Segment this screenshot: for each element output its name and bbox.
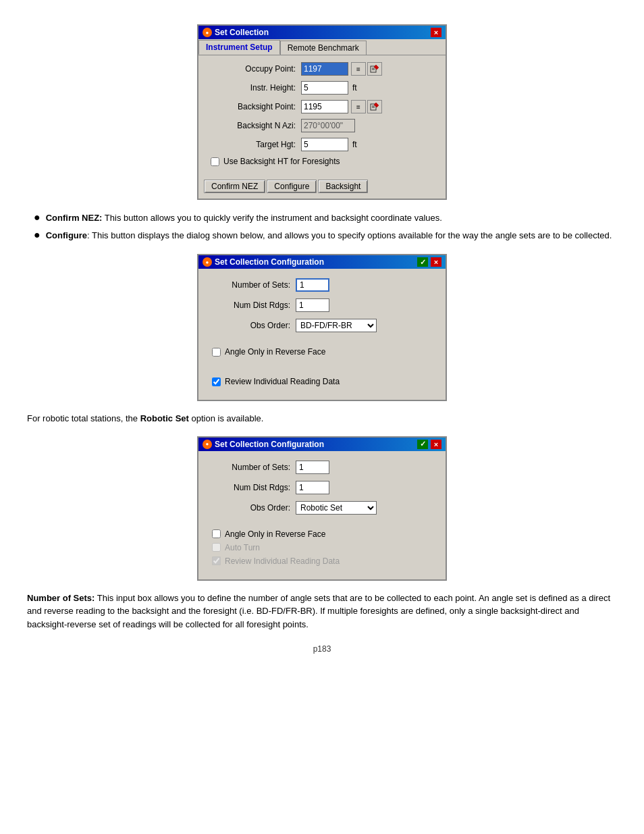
config-dialog-icon-2: ● (203, 440, 212, 449)
set-collection-dialog: ● Set Collection × Instrument Setup Remo… (197, 24, 447, 200)
auto-turn-label: Auto Turn (225, 543, 260, 552)
instr-height-input[interactable] (301, 81, 348, 95)
bullet-text-2: Configure: This button displays the dial… (46, 230, 612, 242)
config-obs-order-select-2[interactable]: Robotic Set BD-FD/FR-BR (296, 501, 377, 515)
target-hgt-label: Target Hgt: (208, 140, 296, 149)
bullet-section: ● Confirm NEZ: This button allows you to… (27, 212, 617, 242)
occupy-list-button[interactable]: ≡ (351, 62, 366, 76)
robotic-bold-text: Robotic Set (140, 413, 189, 423)
description-paragraph: Number of Sets: This input box allows yo… (27, 592, 617, 631)
backsight-edit-button[interactable] (367, 100, 382, 113)
review-checkbox-row-1: Review Individual Reading Data (209, 377, 435, 386)
angle-only-checkbox-2[interactable] (212, 529, 221, 538)
target-hgt-input[interactable] (301, 138, 348, 151)
backsight-list-button[interactable]: ≡ (351, 100, 366, 113)
description-bold: Number of Sets: (27, 593, 95, 603)
set-collection-titlebar: ● Set Collection × (198, 26, 446, 39)
bullet-item-configure: ● Configure: This button displays the di… (27, 230, 617, 242)
config-close-button-2[interactable]: × (431, 440, 441, 449)
config-titlebar-1: ● Set Collection Configuration ✓ × (198, 255, 446, 269)
robotic-text-after: option is available. (189, 413, 264, 423)
occupy-point-input[interactable] (301, 62, 348, 76)
review-label-2: Review Individual Reading Data (225, 556, 340, 566)
angle-only-checkbox-1[interactable] (212, 348, 221, 357)
config-num-sets-label-1: Number of Sets: (209, 280, 290, 290)
angle-only-label-2: Angle Only in Reverse Face (225, 529, 325, 539)
config-obs-order-select-1[interactable]: BD-FD/FR-BR Robotic Set (296, 319, 377, 332)
page-number: p183 (27, 644, 617, 654)
instr-height-row: Instr. Height: ft (208, 81, 436, 95)
config-dialog-title-2: Set Collection Configuration (215, 440, 324, 449)
config-close-button-1[interactable]: × (431, 257, 441, 267)
backsight-ht-checkbox-row: Use Backsight HT for Foresights (208, 157, 436, 166)
dialog-icon: ● (203, 28, 212, 37)
confirm-nez-button[interactable]: Confirm NEZ (204, 180, 265, 193)
review-label-1: Review Individual Reading Data (225, 377, 340, 386)
svg-marker-3 (374, 65, 379, 70)
close-button[interactable]: × (431, 28, 441, 37)
target-hgt-row: Target Hgt: ft (208, 138, 436, 151)
config-obs-order-row-2: Obs Order: Robotic Set BD-FD/FR-BR (209, 501, 435, 515)
angle-only-label-1: Angle Only in Reverse Face (225, 347, 325, 357)
backsight-nazi-label: Backsight N Azi: (208, 121, 296, 130)
config-titlebar-2: ● Set Collection Configuration ✓ × (198, 438, 446, 451)
description-text: This input box allows you to define the … (27, 593, 610, 629)
config-num-dist-row-1: Num Dist Rdgs: (209, 298, 435, 312)
config-dialog-title-1: Set Collection Configuration (215, 257, 324, 267)
backsight-nazi-row: Backsight N Azi: (208, 119, 436, 132)
config-num-sets-label-2: Number of Sets: (209, 463, 290, 472)
robotic-paragraph: For robotic total stations, the Robotic … (27, 412, 617, 425)
backsight-ht-checkbox[interactable] (211, 157, 219, 166)
configure-button[interactable]: Configure (267, 180, 317, 193)
dialog-title: Set Collection (215, 28, 269, 37)
set-collection-config-dialog-1: ● Set Collection Configuration ✓ × Numbe… (197, 254, 447, 401)
review-checkbox-row-2: Review Individual Reading Data (209, 556, 435, 566)
backsight-ht-label: Use Backsight HT for Foresights (223, 157, 340, 166)
bullet-rest-2: : This button displays the dialog shown … (87, 230, 612, 240)
backsight-point-label: Backsight Point: (208, 102, 296, 111)
config-obs-order-label-1: Obs Order: (209, 321, 290, 330)
robotic-text-before: For robotic total stations, the (27, 413, 140, 423)
config-check-button-2[interactable]: ✓ (417, 440, 428, 449)
bullet-bold-1: Confirm NEZ: (46, 213, 103, 223)
angle-only-checkbox-row-2: Angle Only in Reverse Face (209, 529, 435, 539)
instr-height-unit: ft (352, 83, 357, 93)
occupy-point-label: Occupy Point: (208, 64, 296, 74)
review-checkbox-2[interactable] (212, 556, 221, 565)
bullet-text-1: Confirm NEZ: This button allows you to q… (46, 212, 442, 224)
config-num-dist-input-1[interactable] (296, 298, 329, 312)
bullet-item-confirm-nez: ● Confirm NEZ: This button allows you to… (27, 212, 617, 224)
occupy-edit-button[interactable] (367, 62, 382, 76)
backsight-nazi-input (301, 119, 355, 132)
svg-marker-7 (374, 103, 379, 107)
backsight-point-row: Backsight Point: ≡ (208, 100, 436, 113)
backsight-button[interactable]: Backsight (318, 180, 368, 193)
tab-remote-benchmark[interactable]: Remote Benchmark (280, 41, 367, 55)
config-num-sets-input-1[interactable] (296, 278, 329, 292)
config-num-sets-input-2[interactable] (296, 461, 329, 474)
set-collection-config-dialog-2: ● Set Collection Configuration ✓ × Numbe… (197, 436, 447, 581)
tab-instrument-setup[interactable]: Instrument Setup (198, 40, 280, 55)
bullet-dot-1: ● (34, 212, 41, 224)
review-checkbox-1[interactable] (212, 377, 221, 386)
auto-turn-checkbox-row: Auto Turn (209, 543, 435, 552)
instr-height-label: Instr. Height: (208, 83, 296, 93)
config-num-dist-label-2: Num Dist Rdgs: (209, 483, 290, 492)
occupy-point-row: Occupy Point: ≡ (208, 62, 436, 76)
angle-only-checkbox-row-1: Angle Only in Reverse Face (209, 347, 435, 357)
bullet-dot-2: ● (34, 230, 41, 242)
auto-turn-checkbox[interactable] (212, 543, 221, 552)
config-obs-order-row-1: Obs Order: BD-FD/FR-BR Robotic Set (209, 319, 435, 332)
config-num-sets-row-1: Number of Sets: (209, 278, 435, 292)
backsight-point-input[interactable] (301, 100, 348, 113)
config-check-button-1[interactable]: ✓ (417, 257, 428, 267)
config-dialog-icon-1: ● (203, 257, 212, 267)
config-num-dist-row-2: Num Dist Rdgs: (209, 481, 435, 494)
bullet-bold-2: Configure (46, 230, 87, 240)
config-num-sets-row-2: Number of Sets: (209, 461, 435, 474)
config-obs-order-label-2: Obs Order: (209, 503, 290, 513)
bullet-rest-1: This button allows you to quickly verify… (102, 213, 441, 223)
dialog-footer: Confirm NEZ Configure Backsight (198, 177, 446, 199)
config-num-dist-input-2[interactable] (296, 481, 329, 494)
target-hgt-unit: ft (352, 140, 357, 149)
